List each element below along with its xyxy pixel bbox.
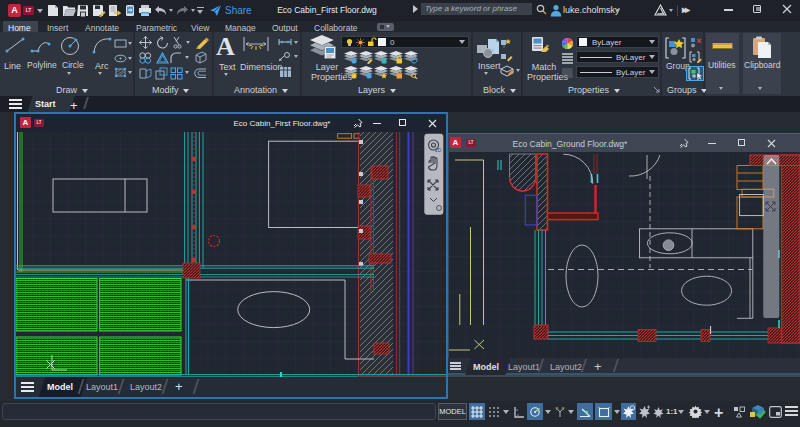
svg-text:2D: 2D [435, 147, 442, 153]
